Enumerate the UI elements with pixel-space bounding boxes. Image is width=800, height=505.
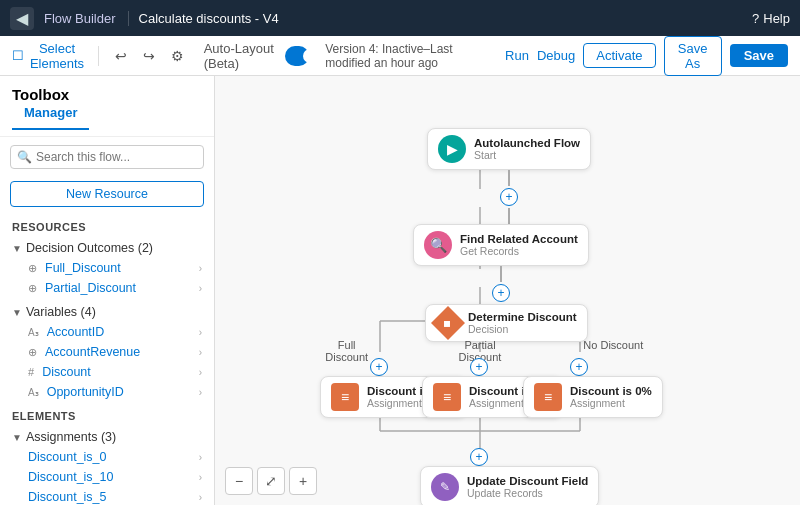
flow-title: Calculate discounts - V4 (139, 11, 742, 26)
plus-btn-merge[interactable]: + (470, 448, 488, 466)
decision-outcomes-group: ▼ Decision Outcomes (2) ⊕ Full_Discount … (0, 236, 214, 300)
resources-section-label: RESOURCES (0, 215, 214, 236)
determine-discount-sublabel: Decision (468, 323, 577, 335)
assignments-label: Assignments (3) (26, 430, 116, 444)
update-field-node[interactable]: ✎ Update Discount Field Update Records + (420, 466, 599, 505)
zoom-in-button[interactable]: + (289, 467, 317, 495)
variables-label: Variables (4) (26, 305, 96, 319)
chevron-down-icon: ▼ (12, 243, 22, 254)
full-discount-assign-icon: ≡ (331, 383, 359, 411)
chevron-down-icon3: ▼ (12, 432, 22, 443)
main-content: Toolbox Manager 🔍 New Resource RESOURCES… (0, 76, 800, 505)
plus-branch-3[interactable]: + (570, 356, 588, 378)
no-discount-assign-label: Discount is 0% (570, 385, 652, 397)
full-discount-branch-label: Full Discount (315, 339, 378, 363)
accountrevenue-item[interactable]: ⊕ AccountRevenue › (0, 342, 214, 362)
search-icon: 🔍 (17, 150, 32, 164)
determine-discount-icon: ◆ (431, 306, 465, 340)
toolbar-divider (98, 46, 99, 66)
discount-label: Discount (42, 365, 91, 379)
discount-is-0-item[interactable]: Discount_is_0 › (0, 447, 214, 467)
no-discount-assign-card[interactable]: ≡ Discount is 0% Assignment (523, 376, 663, 418)
full-discount-item[interactable]: ⊕ Full_Discount › (0, 258, 214, 278)
start-text: Autolaunched Flow Start (474, 137, 580, 161)
plus-btn-branch-2[interactable]: + (470, 358, 488, 376)
discount-is-10-item[interactable]: Discount_is_10 › (0, 467, 214, 487)
plus-btn-branch-1[interactable]: + (370, 358, 388, 376)
start-node[interactable]: ▶ Autolaunched Flow Start + (427, 128, 591, 224)
chevron-right-icon4: › (199, 347, 202, 358)
start-icon: ▶ (438, 135, 466, 163)
select-elements-label: Select Elements (28, 41, 86, 71)
back-button[interactable]: ◀ (10, 7, 34, 30)
accountid-item[interactable]: A₃ AccountID › (0, 322, 214, 342)
partial-discount-item[interactable]: ⊕ Partial_Discount › (0, 278, 214, 298)
chevron-right-icon2: › (199, 283, 202, 294)
fit-view-button[interactable]: ⤢ (257, 467, 285, 495)
help-button[interactable]: ? Help (752, 11, 790, 26)
chevron-right-icon5: › (199, 367, 202, 378)
update-field-card[interactable]: ✎ Update Discount Field Update Records (420, 466, 599, 505)
search-box[interactable]: 🔍 (10, 145, 204, 169)
determine-discount-card[interactable]: ◆ Determine Discount Decision (425, 304, 588, 342)
manager-tab[interactable]: Manager (12, 105, 89, 130)
discount-is-0-label: Discount_is_0 (28, 450, 107, 464)
toolbar: ☐ Select Elements ↩ ↪ ⚙ Auto-Layout (Bet… (0, 36, 800, 76)
no-discount-assign-node[interactable]: ≡ Discount is 0% Assignment (523, 376, 663, 418)
plus-branch-1[interactable]: + (370, 356, 388, 378)
autolayout-label: Auto-Layout (Beta) (204, 41, 277, 71)
new-resource-button[interactable]: New Resource (10, 181, 204, 207)
plus-btn-2[interactable]: + (492, 284, 510, 302)
plus-btn-1[interactable]: + (500, 188, 518, 206)
no-discount-assign-sublabel: Assignment (570, 397, 652, 409)
decision-outcomes-header[interactable]: ▼ Decision Outcomes (2) (0, 238, 214, 258)
opportunityid-item[interactable]: A₃ OpportunityID › (0, 382, 214, 402)
discount-is-10-label: Discount_is_10 (28, 470, 113, 484)
redo-button[interactable]: ↪ (139, 46, 159, 66)
autolayout-toggle[interactable] (285, 46, 309, 66)
select-elements-button[interactable]: ☐ Select Elements (12, 41, 86, 71)
accountid-label: AccountID (47, 325, 105, 339)
save-button[interactable]: Save (730, 44, 788, 67)
run-button[interactable]: Run (505, 48, 529, 63)
find-account-card[interactable]: 🔍 Find Related Account Get Records (413, 224, 589, 266)
update-field-icon: ✎ (431, 473, 459, 501)
chevron-down-icon2: ▼ (12, 307, 22, 318)
select-elements-icon: ☐ (12, 48, 24, 63)
var-icon-3: # (28, 366, 34, 378)
activate-button[interactable]: Activate (583, 43, 655, 68)
search-input[interactable] (36, 150, 197, 164)
version-text: Version 4: Inactive–Last modified an hou… (325, 42, 489, 70)
undo-button[interactable]: ↩ (111, 46, 131, 66)
variables-header[interactable]: ▼ Variables (4) (0, 302, 214, 322)
plus-branch-2[interactable]: + (470, 356, 488, 378)
top-nav: ◀ Flow Builder Calculate discounts - V4 … (0, 0, 800, 36)
flow-canvas[interactable]: ▶ Autolaunched Flow Start + 🔍 Find Relat… (215, 76, 800, 505)
help-label: Help (763, 11, 790, 26)
update-field-label: Update Discount Field (467, 475, 588, 487)
determine-discount-label: Determine Discount (468, 311, 577, 323)
debug-button[interactable]: Debug (537, 48, 575, 63)
toolbox-title: Toolbox (0, 76, 214, 105)
chevron-right-icon7: › (199, 452, 202, 463)
start-card[interactable]: ▶ Autolaunched Flow Start (427, 128, 591, 170)
find-account-sublabel: Get Records (460, 245, 578, 257)
plus-btn-branch-3[interactable]: + (570, 358, 588, 376)
var-icon-1: A₃ (28, 327, 39, 338)
partial-discount-label: Partial_Discount (45, 281, 136, 295)
partial-discount-assign-icon: ≡ (433, 383, 461, 411)
start-sublabel: Start (474, 149, 580, 161)
merge-plus[interactable]: + (470, 446, 488, 468)
discount-is-5-item[interactable]: Discount_is_5 › (0, 487, 214, 505)
outcome-icon2: ⊕ (28, 282, 37, 295)
var-icon-2: ⊕ (28, 346, 37, 359)
assignments-header[interactable]: ▼ Assignments (3) (0, 427, 214, 447)
save-as-button[interactable]: Save As (664, 36, 722, 76)
settings-button[interactable]: ⚙ (167, 46, 188, 66)
determine-discount-node[interactable]: ◆ Determine Discount Decision (425, 304, 588, 342)
discount-item[interactable]: # Discount › (0, 362, 214, 382)
chevron-right-icon6: › (199, 387, 202, 398)
zoom-out-button[interactable]: − (225, 467, 253, 495)
find-account-icon: 🔍 (424, 231, 452, 259)
chevron-right-icon8: › (199, 472, 202, 483)
